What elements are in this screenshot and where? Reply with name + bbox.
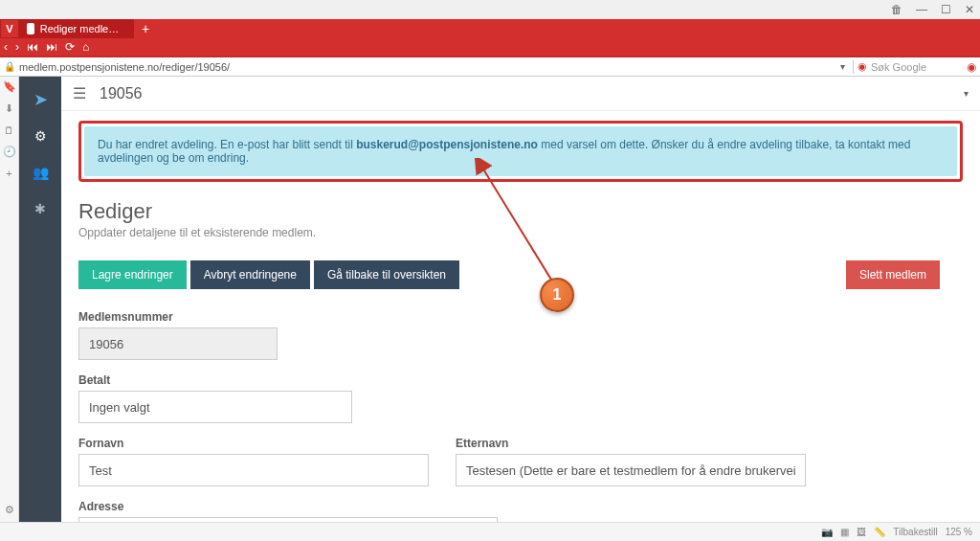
reload-button[interactable]: ⟳ (65, 40, 75, 54)
trash-icon[interactable]: 🗑 (891, 3, 902, 16)
lock-icon[interactable]: 🔒 (4, 61, 15, 72)
vivaldi-icon[interactable]: V (0, 19, 19, 38)
back-button[interactable]: ‹ (4, 40, 8, 54)
close-icon[interactable]: ✕ (965, 3, 974, 16)
sync-icon[interactable]: ◉ (967, 60, 976, 74)
url-field[interactable]: medlem.postpensjonistene.no/rediger/1905… (19, 61, 833, 73)
search-box[interactable]: ◉ Søk Google (858, 60, 963, 73)
tab-bar: V Rediger medlem - Postens P + (0, 19, 980, 38)
search-placeholder: Søk Google (871, 61, 926, 73)
address-bar: 🔒 medlem.postpensjonistene.no/rediger/19… (0, 57, 980, 77)
maximize-icon[interactable]: ☐ (941, 3, 951, 16)
nav-bar: ‹ › ⏮ ⏭ ⟳ ⌂ (0, 38, 980, 57)
forward-button[interactable]: › (15, 40, 19, 54)
window-controls: 🗑 — ☐ ✕ (0, 0, 980, 19)
tab-title: Rediger medlem - Postens P (40, 23, 126, 34)
new-tab-button[interactable]: + (134, 21, 157, 36)
url-dropdown-icon[interactable]: ▾ (836, 61, 849, 72)
fastforward-button[interactable]: ⏭ (46, 40, 57, 54)
favicon-icon (27, 23, 34, 34)
home-button[interactable]: ⌂ (82, 40, 89, 54)
divider (853, 60, 854, 74)
rewind-button[interactable]: ⏮ (27, 40, 38, 54)
minimize-icon[interactable]: — (916, 3, 927, 16)
search-engine-icon: ◉ (858, 60, 867, 73)
browser-tab[interactable]: Rediger medlem - Postens P (19, 19, 134, 38)
